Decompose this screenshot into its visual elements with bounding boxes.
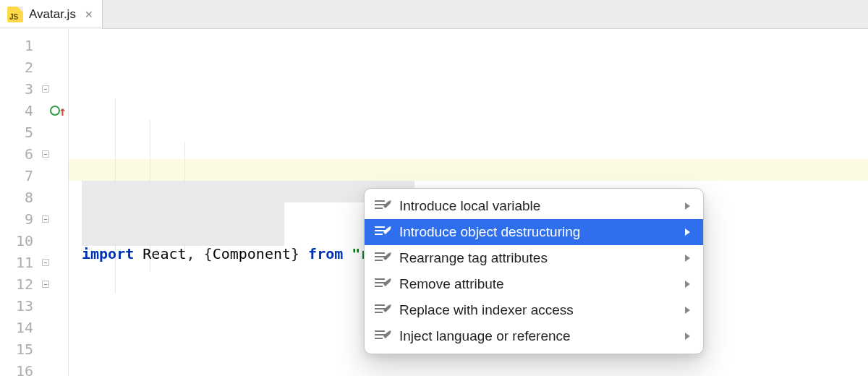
fold-icon[interactable] — [39, 148, 52, 161]
line-number: 16 — [0, 360, 68, 376]
line-number: 4 ↑ — [0, 100, 68, 121]
chevron-right-icon — [685, 333, 690, 340]
chevron-right-icon — [685, 307, 690, 314]
tab-avatar-js[interactable]: JS Avatar.js ✕ — [0, 0, 103, 28]
current-line-highlight — [69, 159, 868, 181]
line-number: 15 — [0, 338, 68, 360]
menu-item-remove-attribute[interactable]: Remove attribute — [365, 271, 703, 297]
fold-icon[interactable] — [39, 278, 52, 291]
line-number: 7 — [0, 165, 68, 187]
menu-item-label: Remove attribute — [399, 276, 504, 292]
override-gutter-icon[interactable]: ↑ — [50, 102, 67, 119]
chevron-right-icon — [685, 202, 690, 210]
fold-icon[interactable] — [23, 104, 36, 117]
menu-item-inject-language-or-reference[interactable]: Inject language or reference — [365, 323, 703, 349]
chevron-right-icon — [685, 255, 690, 262]
line-number: 9 — [0, 208, 68, 230]
fold-icon[interactable] — [39, 213, 52, 226]
menu-item-label: Inject language or reference — [399, 328, 571, 344]
line-number: 10 — [0, 230, 68, 252]
line-number: 14 — [0, 317, 68, 338]
js-file-icon: JS — [7, 7, 23, 22]
intention-icon — [375, 330, 389, 342]
fold-icon[interactable] — [39, 256, 52, 269]
intention-icon — [375, 304, 389, 316]
intention-icon — [375, 278, 389, 290]
line-number: 1 — [0, 35, 68, 56]
chevron-right-icon — [685, 228, 690, 236]
tab-filename: Avatar.js — [29, 7, 76, 22]
line-number: 8 — [0, 187, 68, 208]
menu-item-introduce-object-destructuring[interactable]: Introduce object destructuring — [365, 219, 703, 245]
menu-item-rearrange-tag-attributes[interactable]: Rearrange tag attributes — [365, 245, 703, 271]
context-menu: Introduce local variable Introduce objec… — [364, 188, 704, 354]
intention-icon — [375, 226, 389, 238]
menu-item-introduce-local-variable[interactable]: Introduce local variable — [365, 193, 703, 219]
tab-bar: JS Avatar.js ✕ — [0, 0, 868, 29]
menu-item-label: Replace with indexer access — [399, 302, 574, 318]
line-number: 6 — [0, 143, 68, 165]
close-icon[interactable]: ✕ — [82, 9, 93, 20]
line-number: 2 — [0, 56, 68, 78]
line-number: 13 — [0, 295, 68, 317]
line-number: 3 — [0, 78, 68, 100]
gutter: 1 2 3 4 ↑ 5 6 7 8 9 10 11 12 13 14 15 16 — [0, 29, 69, 376]
menu-item-label: Introduce local variable — [399, 198, 540, 214]
line-number: 12 — [0, 273, 68, 295]
line-number: 11 — [0, 252, 68, 273]
selection-bg — [82, 181, 284, 246]
intention-icon — [375, 200, 389, 212]
chevron-right-icon — [685, 281, 690, 288]
fold-icon[interactable] — [39, 82, 52, 95]
line-number: 5 — [0, 121, 68, 143]
intention-icon — [375, 252, 389, 264]
menu-item-label: Introduce object destructuring — [399, 224, 580, 240]
menu-item-replace-with-indexer-access[interactable]: Replace with indexer access — [365, 297, 703, 323]
menu-item-label: Rearrange tag attributes — [399, 250, 548, 266]
